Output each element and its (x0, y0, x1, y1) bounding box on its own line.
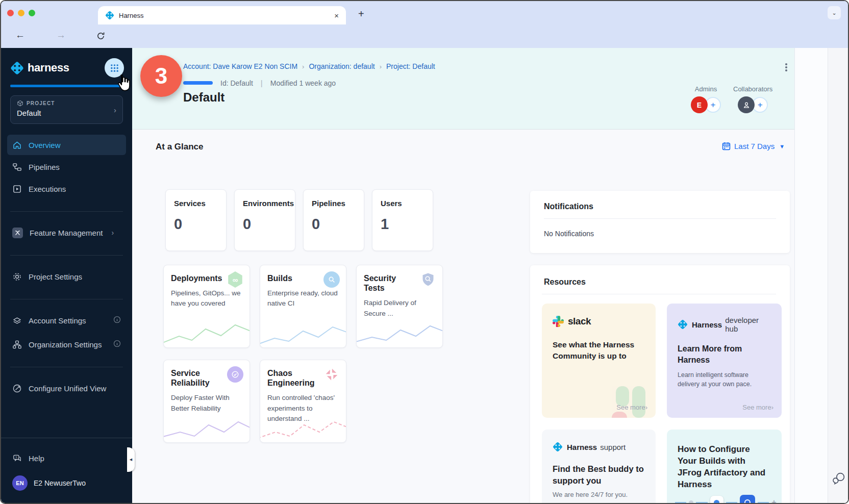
back-button[interactable]: ← (15, 30, 25, 41)
sidebar-footer: ? Help EN E2 NewuserTwo (1, 438, 132, 503)
cube-icon (17, 100, 23, 107)
app-viewport: harness PROJECT Default › (1, 48, 848, 503)
deployments-hexagon-icon: ∞ (227, 271, 243, 288)
sidebar-divider (10, 255, 123, 256)
sidebar-item-executions[interactable]: Executions (7, 179, 126, 199)
info-icon[interactable] (113, 340, 121, 349)
sidebar-item-pipelines[interactable]: Pipelines (7, 157, 126, 177)
project-selector[interactable]: PROJECT Default › (10, 95, 123, 124)
glance-stats: Services 0 Environments 0 Pipelines 0 Us… (165, 189, 433, 251)
sidebar-item-label: Project Settings (29, 272, 82, 281)
support-chat-icon[interactable] (832, 471, 846, 487)
chevron-right-icon: › (114, 106, 116, 114)
devhub-headline: Learn More from Harness (678, 343, 771, 366)
sidebar-item-overview[interactable]: Overview (7, 135, 126, 155)
support-brand-bold: Harness (567, 443, 597, 451)
stat-label: Services (174, 199, 218, 208)
sidebar-item-label: Help (29, 454, 44, 463)
module-card-service-reliability[interactable]: Service Reliability Deploy Faster With B… (163, 360, 250, 443)
stat-value: 0 (174, 216, 218, 233)
maximize-window-button[interactable] (29, 10, 35, 16)
org-chart-icon (12, 340, 22, 349)
sidebar-item-help[interactable]: ? Help (7, 448, 126, 468)
stat-card-users[interactable]: Users 1 (372, 189, 433, 251)
devhub-see-more-link[interactable]: See more› (742, 404, 773, 411)
sparkline-decoration (164, 412, 250, 440)
user-profile[interactable]: EN E2 NewuserTwo (12, 475, 126, 491)
reliability-check-icon (227, 366, 243, 383)
notifications-title: Notifications (544, 202, 776, 211)
user-avatar: EN (12, 475, 28, 491)
project-options-menu-icon[interactable] (785, 63, 787, 71)
resource-card-slack[interactable]: slack See what the Harness Community is … (542, 304, 656, 418)
project-meta-row: Id: Default | Modified 1 week ago (183, 79, 336, 87)
breadcrumb-project-link[interactable]: Project: Default (386, 62, 435, 70)
date-range-label: Last 7 Days (734, 142, 775, 150)
panel-divider (544, 218, 776, 219)
module-desc: Pipelines, GitOps... we have you covered (171, 288, 242, 309)
close-window-button[interactable] (7, 10, 14, 16)
home-icon (12, 140, 22, 150)
sidebar-item-label: Organization Settings (29, 340, 102, 349)
project-members: Admins E + Collaborators + (691, 85, 772, 113)
minimize-window-button[interactable] (18, 10, 24, 16)
module-cards: Deployments Pipelines, GitOps... we have… (163, 265, 443, 443)
window-controls (7, 10, 35, 16)
module-card-builds[interactable]: Builds Enterprise ready, cloud native CI (260, 265, 346, 348)
user-name: E2 NewuserTwo (34, 479, 86, 487)
slack-see-more-link[interactable]: See more› (616, 404, 647, 411)
tab-close-icon[interactable]: × (334, 12, 339, 19)
sidebar-item-configure-unified-view[interactable]: Configure Unified View (7, 378, 126, 398)
module-card-chaos-engineering[interactable]: Chaos Engineering Run controlled 'chaos'… (260, 360, 346, 443)
sidebar-item-feature-management[interactable]: Feature Management › (7, 222, 126, 243)
support-headline: Find the Best buddy to support you (553, 463, 645, 487)
resource-card-support[interactable]: Harness support Find the Best buddy to s… (542, 430, 656, 504)
project-name: Default (17, 109, 116, 117)
stat-card-environments[interactable]: Environments 0 (234, 189, 295, 251)
admin-avatar[interactable]: E (691, 96, 708, 113)
tab-title: Harness (119, 12, 330, 19)
project-header: Account: Dave Karow E2 Non SCIM › Organi… (132, 48, 794, 130)
collaborator-avatar[interactable] (738, 96, 755, 113)
resource-card-developer-hub[interactable]: Harness developer hub Learn More from Ha… (667, 304, 782, 418)
slack-brand-row: slack (553, 316, 645, 327)
forward-button[interactable]: → (56, 30, 66, 41)
tab-search-button[interactable]: ⌄ (828, 6, 841, 19)
sidebar-header: harness (1, 48, 132, 84)
breadcrumb-account-link[interactable]: Account: Dave Karow E2 Non SCIM (183, 62, 297, 70)
breadcrumb-separator: › (302, 63, 304, 70)
sidebar-item-label: Pipelines (29, 163, 60, 171)
security-shield-icon (420, 271, 436, 288)
module-card-deployments[interactable]: Deployments Pipelines, GitOps... we have… (163, 265, 250, 348)
project-label: PROJECT (27, 100, 55, 106)
sidebar-collapse-handle[interactable]: ◀ (127, 447, 135, 472)
annotation-step-badge: 3 (140, 55, 182, 97)
stat-card-pipelines[interactable]: Pipelines 0 (303, 189, 364, 251)
stat-card-services[interactable]: Services 0 (165, 189, 227, 251)
breadcrumb-org-link[interactable]: Organization: default (309, 62, 374, 70)
date-range-selector[interactable]: Last 7 Days ▼ (722, 142, 785, 150)
window-scroll-gutter[interactable] (828, 48, 848, 503)
sidebar-item-account-settings[interactable]: Account Settings (7, 310, 126, 331)
sidebar-item-label: Overview (29, 141, 61, 149)
info-icon[interactable] (113, 316, 121, 325)
reload-button[interactable] (96, 31, 106, 43)
chevron-down-icon: ▼ (779, 143, 785, 149)
module-title: Service Reliability (171, 368, 226, 388)
admins-label: Admins (695, 85, 717, 93)
browser-tab[interactable]: Harness × (98, 6, 346, 24)
resources-title: Resources (544, 278, 776, 287)
resource-card-jfrog[interactable]: How to Configure Your Builds with JFrog … (667, 430, 782, 504)
devhub-brand-row: Harness developer hub (678, 316, 771, 333)
content-scroll-gutter (794, 48, 828, 503)
new-tab-button[interactable]: + (358, 8, 364, 20)
module-desc: Rapid Delivery of Secure ... (364, 298, 435, 319)
admins-group: Admins E + (691, 85, 721, 113)
breadcrumb-separator: › (380, 63, 382, 70)
jfrog-headline: How to Configure Your Builds with JFrog … (678, 444, 771, 491)
sidebar-item-project-settings[interactable]: Project Settings (7, 266, 126, 287)
breadcrumb: Account: Dave Karow E2 Non SCIM › Organi… (183, 62, 435, 70)
sidebar-item-organization-settings[interactable]: Organization Settings (7, 334, 126, 355)
module-card-security-tests[interactable]: Security Tests Rapid Delivery of Secure … (356, 265, 443, 348)
slack-headline: See what the Harness Community is up to (553, 339, 645, 361)
